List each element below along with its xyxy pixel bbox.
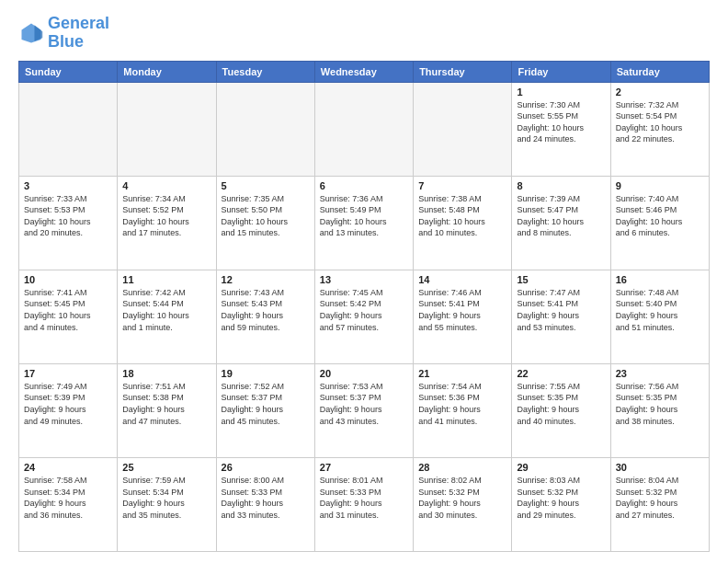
calendar-cell: 17Sunrise: 7:49 AMSunset: 5:39 PMDayligh… — [19, 363, 118, 457]
day-info: Sunrise: 7:41 AMSunset: 5:45 PMDaylight:… — [24, 287, 112, 333]
day-number: 16 — [616, 274, 704, 285]
day-number: 15 — [517, 274, 605, 285]
day-number: 4 — [122, 180, 210, 191]
day-info: Sunrise: 7:56 AMSunset: 5:35 PMDaylight:… — [616, 381, 704, 427]
calendar-cell: 2Sunrise: 7:32 AMSunset: 5:54 PMDaylight… — [610, 82, 709, 176]
calendar-cell: 22Sunrise: 7:55 AMSunset: 5:35 PMDayligh… — [512, 363, 610, 457]
calendar-cell: 8Sunrise: 7:39 AMSunset: 5:47 PMDaylight… — [512, 176, 610, 270]
calendar-cell: 24Sunrise: 7:58 AMSunset: 5:34 PMDayligh… — [19, 457, 118, 551]
day-header-tuesday: Tuesday — [216, 61, 314, 82]
day-header-saturday: Saturday — [610, 61, 709, 82]
day-number: 17 — [24, 368, 112, 379]
day-info: Sunrise: 7:32 AMSunset: 5:54 PMDaylight:… — [616, 99, 704, 145]
day-info: Sunrise: 7:40 AMSunset: 5:46 PMDaylight:… — [616, 193, 704, 239]
calendar-cell: 15Sunrise: 7:47 AMSunset: 5:41 PMDayligh… — [512, 270, 610, 363]
calendar-cell: 16Sunrise: 7:48 AMSunset: 5:40 PMDayligh… — [610, 270, 709, 363]
day-info: Sunrise: 7:33 AMSunset: 5:53 PMDaylight:… — [24, 193, 112, 239]
calendar-cell: 27Sunrise: 8:01 AMSunset: 5:33 PMDayligh… — [314, 457, 413, 551]
day-number: 13 — [320, 274, 408, 285]
calendar-cell: 18Sunrise: 7:51 AMSunset: 5:38 PMDayligh… — [118, 363, 216, 457]
logo-icon — [18, 20, 44, 46]
day-number: 18 — [122, 368, 210, 379]
day-number: 28 — [418, 462, 506, 473]
day-number: 11 — [122, 274, 210, 285]
day-number: 3 — [24, 180, 112, 191]
calendar-cell: 29Sunrise: 8:03 AMSunset: 5:32 PMDayligh… — [512, 457, 610, 551]
day-info: Sunrise: 7:59 AMSunset: 5:34 PMDaylight:… — [122, 475, 210, 521]
day-info: Sunrise: 7:34 AMSunset: 5:52 PMDaylight:… — [122, 193, 210, 239]
calendar-cell: 10Sunrise: 7:41 AMSunset: 5:45 PMDayligh… — [19, 270, 118, 363]
calendar-cell: 23Sunrise: 7:56 AMSunset: 5:35 PMDayligh… — [610, 363, 709, 457]
day-number: 23 — [616, 368, 704, 379]
calendar-cell: 12Sunrise: 7:43 AMSunset: 5:43 PMDayligh… — [216, 270, 314, 363]
day-header-sunday: Sunday — [19, 61, 118, 82]
day-number: 26 — [222, 462, 310, 473]
day-info: Sunrise: 7:53 AMSunset: 5:37 PMDaylight:… — [320, 381, 408, 427]
day-info: Sunrise: 8:00 AMSunset: 5:33 PMDaylight:… — [222, 475, 310, 521]
calendar-cell — [19, 82, 118, 176]
day-info: Sunrise: 7:54 AMSunset: 5:36 PMDaylight:… — [418, 381, 506, 427]
day-number: 7 — [418, 180, 506, 191]
day-number: 27 — [320, 462, 408, 473]
calendar-cell: 7Sunrise: 7:38 AMSunset: 5:48 PMDaylight… — [414, 176, 512, 270]
day-header-thursday: Thursday — [414, 61, 512, 82]
day-info: Sunrise: 7:51 AMSunset: 5:38 PMDaylight:… — [122, 381, 210, 427]
page: General Blue SundayMondayTuesdayWednesda… — [0, 0, 728, 563]
day-header-friday: Friday — [512, 61, 610, 82]
calendar-cell: 1Sunrise: 7:30 AMSunset: 5:55 PMDaylight… — [512, 82, 610, 176]
day-info: Sunrise: 7:46 AMSunset: 5:41 PMDaylight:… — [418, 287, 506, 333]
day-number: 9 — [616, 180, 704, 191]
day-number: 5 — [222, 180, 310, 191]
calendar-cell: 25Sunrise: 7:59 AMSunset: 5:34 PMDayligh… — [118, 457, 216, 551]
day-info: Sunrise: 7:35 AMSunset: 5:50 PMDaylight:… — [222, 193, 310, 239]
day-number: 20 — [320, 368, 408, 379]
day-info: Sunrise: 8:02 AMSunset: 5:32 PMDaylight:… — [418, 475, 506, 521]
calendar-cell — [118, 82, 216, 176]
header: General Blue — [18, 15, 710, 52]
day-number: 30 — [616, 462, 704, 473]
day-info: Sunrise: 7:52 AMSunset: 5:37 PMDaylight:… — [222, 381, 310, 427]
calendar-cell: 3Sunrise: 7:33 AMSunset: 5:53 PMDaylight… — [19, 176, 118, 270]
calendar-cell: 4Sunrise: 7:34 AMSunset: 5:52 PMDaylight… — [118, 176, 216, 270]
calendar-cell: 6Sunrise: 7:36 AMSunset: 5:49 PMDaylight… — [314, 176, 413, 270]
calendar-cell: 11Sunrise: 7:42 AMSunset: 5:44 PMDayligh… — [118, 270, 216, 363]
day-info: Sunrise: 7:55 AMSunset: 5:35 PMDaylight:… — [517, 381, 605, 427]
svg-marker-1 — [35, 25, 43, 41]
day-info: Sunrise: 7:38 AMSunset: 5:48 PMDaylight:… — [418, 193, 506, 239]
day-info: Sunrise: 7:30 AMSunset: 5:55 PMDaylight:… — [517, 99, 605, 145]
calendar-cell: 30Sunrise: 8:04 AMSunset: 5:32 PMDayligh… — [610, 457, 709, 551]
day-header-monday: Monday — [118, 61, 216, 82]
day-info: Sunrise: 7:39 AMSunset: 5:47 PMDaylight:… — [517, 193, 605, 239]
day-info: Sunrise: 8:03 AMSunset: 5:32 PMDaylight:… — [517, 475, 605, 521]
day-number: 10 — [24, 274, 112, 285]
day-number: 12 — [222, 274, 310, 285]
calendar: SundayMondayTuesdayWednesdayThursdayFrid… — [18, 61, 710, 552]
calendar-cell: 26Sunrise: 8:00 AMSunset: 5:33 PMDayligh… — [216, 457, 314, 551]
day-number: 1 — [517, 86, 605, 98]
day-number: 25 — [122, 462, 210, 473]
day-info: Sunrise: 7:42 AMSunset: 5:44 PMDaylight:… — [122, 287, 210, 333]
day-info: Sunrise: 7:45 AMSunset: 5:42 PMDaylight:… — [320, 287, 408, 333]
day-number: 6 — [320, 180, 408, 191]
day-number: 2 — [616, 86, 704, 98]
calendar-cell: 21Sunrise: 7:54 AMSunset: 5:36 PMDayligh… — [414, 363, 512, 457]
calendar-cell: 9Sunrise: 7:40 AMSunset: 5:46 PMDaylight… — [610, 176, 709, 270]
logo-text: General Blue — [48, 15, 109, 52]
day-number: 8 — [517, 180, 605, 191]
calendar-cell — [216, 82, 314, 176]
calendar-cell: 20Sunrise: 7:53 AMSunset: 5:37 PMDayligh… — [314, 363, 413, 457]
day-number: 21 — [418, 368, 506, 379]
day-info: Sunrise: 7:58 AMSunset: 5:34 PMDaylight:… — [24, 475, 112, 521]
day-header-wednesday: Wednesday — [314, 61, 413, 82]
day-info: Sunrise: 7:43 AMSunset: 5:43 PMDaylight:… — [222, 287, 310, 333]
day-number: 22 — [517, 368, 605, 379]
day-info: Sunrise: 7:36 AMSunset: 5:49 PMDaylight:… — [320, 193, 408, 239]
calendar-cell: 14Sunrise: 7:46 AMSunset: 5:41 PMDayligh… — [414, 270, 512, 363]
calendar-cell: 13Sunrise: 7:45 AMSunset: 5:42 PMDayligh… — [314, 270, 413, 363]
day-number: 19 — [222, 368, 310, 379]
calendar-cell: 19Sunrise: 7:52 AMSunset: 5:37 PMDayligh… — [216, 363, 314, 457]
day-number: 24 — [24, 462, 112, 473]
day-info: Sunrise: 7:47 AMSunset: 5:41 PMDaylight:… — [517, 287, 605, 333]
calendar-cell — [414, 82, 512, 176]
day-number: 14 — [418, 274, 506, 285]
